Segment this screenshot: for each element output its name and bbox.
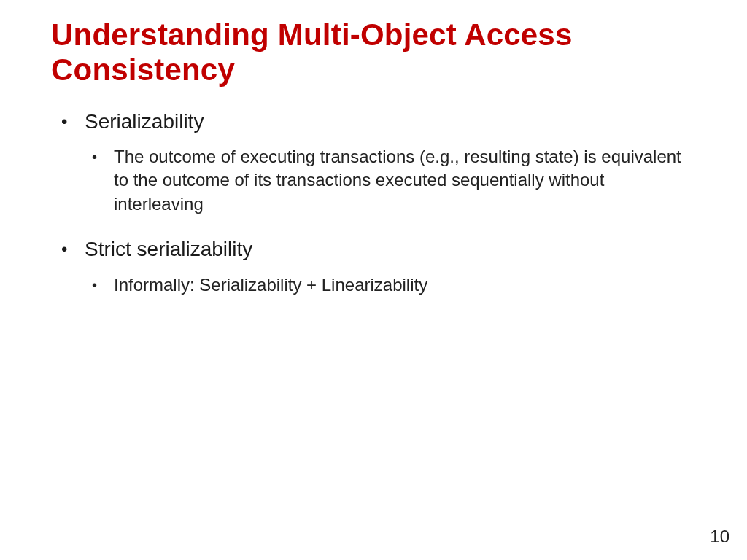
bullet-item: Strict serializability Informally: Seria… (51, 236, 696, 297)
page-number: 10 (710, 526, 729, 547)
bullet-label: Serializability (85, 110, 204, 133)
sub-bullet-item: Informally: Serializability + Linearizab… (85, 273, 696, 297)
slide-title: Understanding Multi-Object Access Consis… (51, 18, 696, 88)
slide: Understanding Multi-Object Access Consis… (0, 0, 747, 560)
sub-bullet-item: The outcome of executing transactions (e… (85, 145, 696, 216)
bullet-item: Serializability The outcome of executing… (51, 109, 696, 217)
bullet-list: Serializability The outcome of executing… (51, 109, 696, 297)
sub-bullet-list: Informally: Serializability + Linearizab… (85, 273, 696, 297)
sub-bullet-list: The outcome of executing transactions (e… (85, 145, 696, 216)
bullet-label: Strict serializability (85, 238, 252, 260)
